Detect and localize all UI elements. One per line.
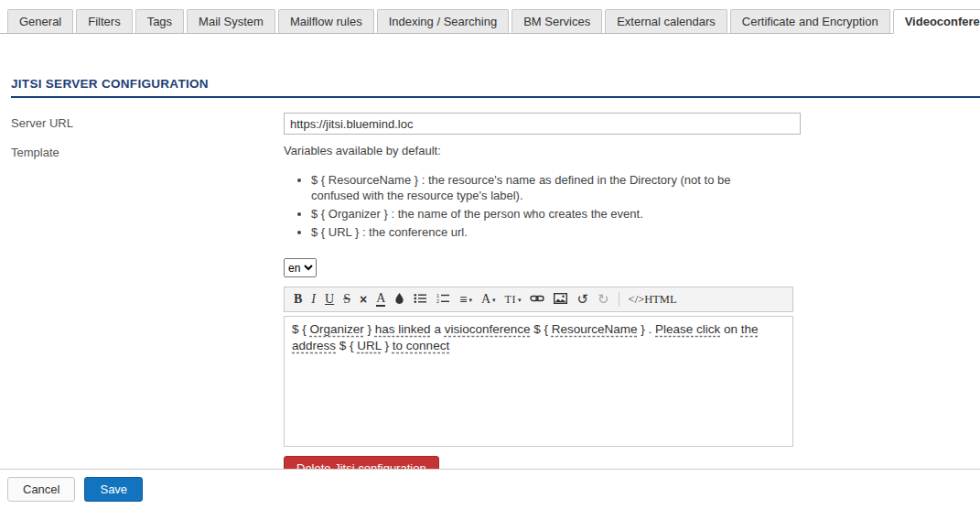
highlight-color-icon[interactable] (394, 292, 404, 307)
tab-general[interactable]: General (7, 9, 73, 34)
tab-mailflow-rules[interactable]: Mailflow rules (278, 9, 374, 34)
editor-text: $ { (336, 339, 357, 352)
tab-videoconference[interactable]: Videoconference (893, 9, 980, 34)
svg-text:2: 2 (436, 298, 439, 304)
tab-external-calendars[interactable]: External calendars (605, 9, 727, 34)
editor-text-misspelled: has linked (375, 322, 431, 336)
editor-text-misspelled: visioconference (445, 322, 531, 336)
html-source-icon[interactable]: </>HTML (629, 294, 677, 306)
editor-text-misspelled: to connect (393, 339, 449, 352)
section-title: JITSI SERVER CONFIGURATION (11, 77, 980, 98)
server-url-input[interactable] (284, 113, 801, 135)
tab-mail-system[interactable]: Mail System (187, 9, 275, 34)
tab-certificate-and-encryption[interactable]: Certificate and Encryption (730, 9, 890, 34)
chevron-down-icon: ▾ (492, 297, 496, 303)
editor-text-misspelled: Organizer (310, 322, 364, 336)
videoconference-settings-page: JITSI SERVER CONFIGURATION Server URL Te… (0, 34, 980, 481)
editor-text-misspelled: Please click (655, 322, 720, 336)
font-size-icon[interactable]: TI▾ (505, 294, 522, 305)
editor-text: $ { (530, 322, 551, 336)
font-family-icon[interactable]: A▾ (481, 293, 496, 306)
tab-filters[interactable]: Filters (76, 9, 132, 34)
server-url-label: Server URL (11, 113, 284, 135)
remove-format-icon[interactable]: × (360, 293, 367, 306)
variable-item: $ { URL } : the conference url. (311, 224, 773, 240)
tab-tags[interactable]: Tags (135, 9, 184, 34)
paragraph-format-icon[interactable]: ≡▾ (459, 293, 472, 306)
template-row: Template Variables available by default:… (11, 142, 980, 481)
editor-text-misspelled: URL (357, 339, 382, 352)
strikethrough-icon[interactable]: S (343, 293, 350, 306)
template-label: Template (11, 142, 284, 481)
tab-bar: GeneralFiltersTagsMail SystemMailflow ru… (0, 0, 980, 34)
variable-item: $ { ResourceName } : the resource's name… (311, 172, 773, 203)
bullet-list-icon[interactable] (414, 293, 427, 307)
editor-text: $ { (292, 322, 310, 336)
variables-list: $ { ResourceName } : the resource's name… (284, 172, 980, 240)
editor-text: } (364, 322, 375, 336)
editor-content[interactable]: $ { Organizer } has linked a visioconfer… (284, 316, 793, 447)
toolbar-separator (619, 292, 619, 307)
language-select[interactable]: en (284, 258, 317, 277)
variables-intro: Variables available by default: (284, 142, 980, 157)
editor-text: } . (638, 322, 656, 336)
footer-bar: Cancel Save (0, 469, 980, 509)
bold-icon[interactable]: B (294, 293, 302, 306)
chevron-down-icon: ▾ (468, 297, 472, 303)
editor-text-misspelled: ResourceName (552, 322, 638, 336)
save-button[interactable]: Save (84, 477, 143, 502)
link-icon[interactable] (530, 293, 544, 306)
editor-text: a (431, 322, 445, 336)
text-color-icon[interactable]: A (376, 292, 385, 307)
jitsi-config-form: Server URL Template Variables available … (11, 113, 980, 481)
editor-toolbar: BIUS×A12≡▾A▾TI▾↺↻</>HTML (284, 287, 793, 312)
chevron-down-icon: ▾ (518, 297, 522, 303)
numbered-list-icon[interactable]: 12 (436, 293, 450, 307)
tabs: GeneralFiltersTagsMail SystemMailflow ru… (7, 8, 980, 33)
tab-bm-services[interactable]: BM Services (512, 9, 602, 34)
editor-text: on (720, 322, 741, 336)
svg-text:1: 1 (436, 293, 439, 298)
image-icon[interactable] (554, 293, 567, 307)
variable-item: $ { Organizer } : the name of the person… (311, 206, 773, 222)
undo-icon[interactable]: ↺ (576, 293, 588, 307)
redo-icon: ↻ (598, 293, 609, 307)
italic-icon[interactable]: I (311, 293, 316, 306)
underline-icon[interactable]: U (325, 293, 334, 306)
editor-text: } (382, 339, 393, 352)
server-url-row: Server URL (11, 113, 980, 135)
cancel-button[interactable]: Cancel (7, 477, 75, 502)
tab-indexing-searching[interactable]: Indexing / Searching (377, 9, 510, 34)
